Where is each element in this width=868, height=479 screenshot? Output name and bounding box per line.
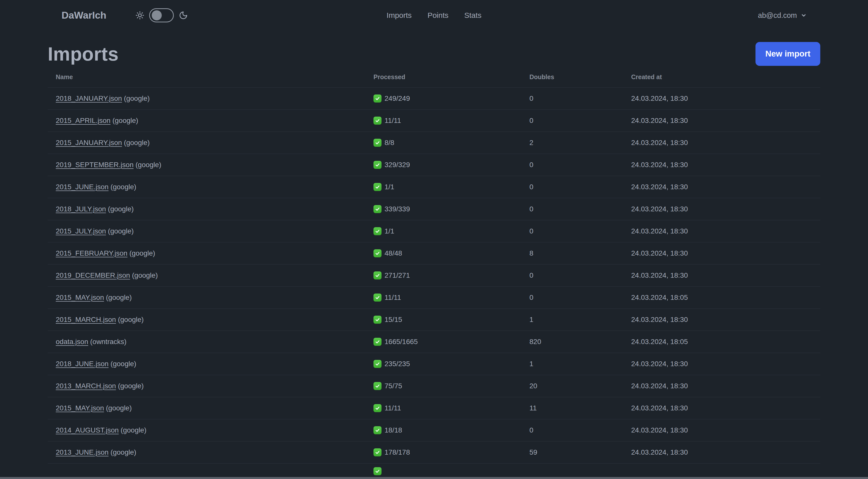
created-at-cell: 24.03.2024, 18:30 xyxy=(631,220,820,242)
doubles-cell: 0 xyxy=(529,154,631,176)
user-menu[interactable]: ab@cd.com xyxy=(758,11,807,20)
doubles-cell: 0 xyxy=(529,110,631,132)
check-mark-icon xyxy=(373,360,381,368)
page-title: Imports xyxy=(48,43,119,65)
doubles-cell: 20 xyxy=(529,375,631,397)
import-file-link[interactable]: 2013_MARCH.json xyxy=(56,382,116,390)
app-logo[interactable]: DaWarIch xyxy=(62,10,106,21)
created-at-cell: 24.03.2024, 18:05 xyxy=(631,331,820,353)
sun-icon xyxy=(135,11,144,20)
import-file-link[interactable]: 2018_JULY.json xyxy=(56,205,106,213)
import-file-link[interactable]: 2015_JANUARY.json xyxy=(56,139,122,147)
table-row: 2015_JUNE.json (google)1/1024.03.2024, 1… xyxy=(48,176,820,198)
import-file-link[interactable]: 2014_AUGUST.json xyxy=(56,426,119,434)
import-file-link[interactable]: 2015_JUNE.json xyxy=(56,183,108,191)
created-at-cell: 24.03.2024, 18:30 xyxy=(631,198,820,220)
import-source: (google) xyxy=(106,205,134,213)
processed-cell: 11/11 xyxy=(373,110,529,132)
created-at-cell: 24.03.2024, 18:30 xyxy=(631,397,820,419)
name-cell: 2015_MAY.json (google) xyxy=(48,397,373,419)
theme-toggle-group xyxy=(135,8,188,22)
import-file-link[interactable]: 2018_JUNE.json xyxy=(56,360,108,368)
import-file-link[interactable]: 2015_MARCH.json xyxy=(56,316,116,324)
import-file-link[interactable]: 2019_SEPTEMBER.json xyxy=(56,161,134,169)
import-source: (owntracks) xyxy=(88,338,126,346)
theme-toggle-knob xyxy=(152,10,162,20)
created-at-cell: 24.03.2024, 18:30 xyxy=(631,87,820,110)
import-file-link[interactable]: odata.json xyxy=(56,338,88,346)
processed-cell: 11/11 xyxy=(373,397,529,419)
created-at-cell: 24.03.2024, 18:30 xyxy=(631,419,820,441)
name-cell: 2015_APRIL.json (google) xyxy=(48,110,373,132)
processed-count: 11/11 xyxy=(384,117,401,125)
import-source: (google) xyxy=(122,139,150,147)
check-mark-icon xyxy=(373,404,381,412)
table-row: 2015_APRIL.json (google)11/11024.03.2024… xyxy=(48,110,820,132)
column-header-processed: Processed xyxy=(373,68,529,87)
doubles-cell: 0 xyxy=(529,419,631,441)
doubles-cell: 1 xyxy=(529,353,631,375)
doubles-cell xyxy=(529,463,631,479)
created-at-cell: 24.03.2024, 18:05 xyxy=(631,287,820,309)
import-file-link[interactable]: 2015_JULY.json xyxy=(56,227,106,235)
created-at-cell: 24.03.2024, 18:30 xyxy=(631,154,820,176)
import-file-link[interactable]: 2019_DECEMBER.json xyxy=(56,271,130,279)
processed-count: 8/8 xyxy=(384,139,394,147)
nav-item-points[interactable]: Points xyxy=(428,11,448,20)
processed-count: 18/18 xyxy=(384,426,402,434)
processed-cell: 271/271 xyxy=(373,264,529,287)
navbar: DaWarIch ImportsPointsStats ab@cd.com xyxy=(0,0,868,31)
processed-count: 339/339 xyxy=(384,205,410,213)
processed-count: 178/178 xyxy=(384,448,410,456)
horizontal-scrollbar[interactable] xyxy=(0,477,868,479)
table-row: 2019_SEPTEMBER.json (google)329/329024.0… xyxy=(48,154,820,176)
check-mark-icon xyxy=(373,382,381,390)
name-cell: 2014_AUGUST.json (google) xyxy=(48,419,373,441)
processed-cell: 249/249 xyxy=(373,87,529,110)
import-source: (google) xyxy=(108,448,136,456)
import-file-link[interactable]: 2015_MAY.json xyxy=(56,404,104,412)
new-import-button[interactable]: New import xyxy=(755,42,820,66)
import-file-link[interactable]: 2015_FEBRUARY.json xyxy=(56,249,127,257)
table-row: 2018_JANUARY.json (google)249/249024.03.… xyxy=(48,87,820,110)
import-source: (google) xyxy=(122,94,150,102)
import-file-link[interactable]: 2013_JUNE.json xyxy=(56,448,108,456)
name-cell: 2015_JANUARY.json (google) xyxy=(48,132,373,154)
nav-item-stats[interactable]: Stats xyxy=(464,11,482,20)
import-file-link[interactable]: 2015_APRIL.json xyxy=(56,117,111,124)
doubles-cell: 1 xyxy=(529,309,631,331)
check-mark-icon xyxy=(373,426,381,434)
created-at-cell: 24.03.2024, 18:30 xyxy=(631,132,820,154)
table-row: 2014_AUGUST.json (google)18/18024.03.202… xyxy=(48,419,820,441)
doubles-cell: 59 xyxy=(529,441,631,463)
processed-cell: 339/339 xyxy=(373,198,529,220)
name-cell: 2018_JANUARY.json (google) xyxy=(48,87,373,110)
theme-toggle[interactable] xyxy=(149,8,174,22)
created-at-cell: 24.03.2024, 18:30 xyxy=(631,176,820,198)
doubles-cell: 0 xyxy=(529,264,631,287)
created-at-cell: 24.03.2024, 18:30 xyxy=(631,353,820,375)
processed-cell: 75/75 xyxy=(373,375,529,397)
processed-count: 48/48 xyxy=(384,249,402,257)
processed-count: 1/1 xyxy=(384,227,394,235)
created-at-cell: 24.03.2024, 18:30 xyxy=(631,441,820,463)
table-row: odata.json (owntracks)1665/166582024.03.… xyxy=(48,331,820,353)
processed-count: 1665/1665 xyxy=(384,338,418,346)
processed-cell: 8/8 xyxy=(373,132,529,154)
name-cell: 2018_JULY.json (google) xyxy=(48,198,373,220)
table-row: 2015_FEBRUARY.json (google)48/48824.03.2… xyxy=(48,242,820,264)
column-header-doubles: Doubles xyxy=(529,68,631,87)
import-source: (google) xyxy=(119,426,147,434)
nav-item-imports[interactable]: Imports xyxy=(386,11,412,20)
import-file-link[interactable]: 2018_JANUARY.json xyxy=(56,94,122,102)
import-file-link[interactable]: 2015_MAY.json xyxy=(56,294,104,301)
check-mark-icon xyxy=(373,294,381,302)
table-header-row: NameProcessedDoublesCreated at xyxy=(48,68,820,87)
created-at-cell: 24.03.2024, 18:30 xyxy=(631,110,820,132)
processed-count: 11/11 xyxy=(384,294,401,302)
table-row: 2015_MAY.json (google)11/11024.03.2024, … xyxy=(48,287,820,309)
processed-cell: 11/11 xyxy=(373,287,529,309)
name-cell: 2015_MAY.json (google) xyxy=(48,287,373,309)
import-source: (google) xyxy=(104,294,132,301)
import-source: (google) xyxy=(116,382,144,390)
